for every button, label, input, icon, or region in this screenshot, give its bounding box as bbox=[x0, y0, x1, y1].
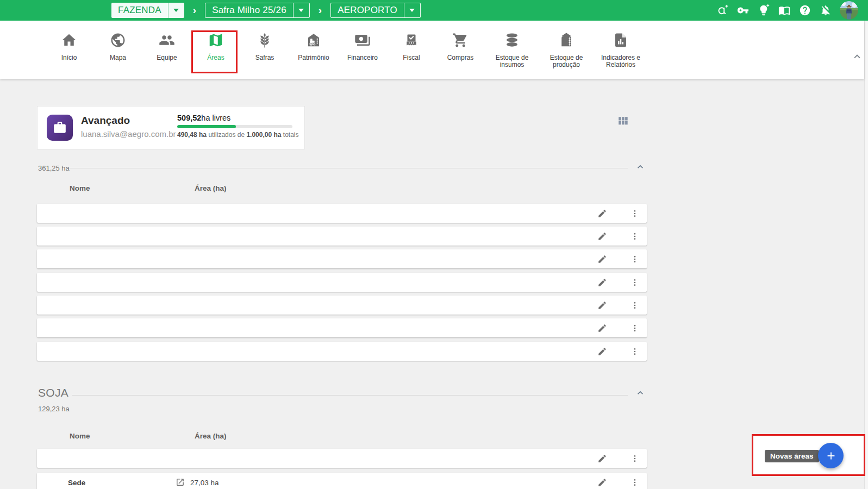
help-icon[interactable] bbox=[798, 4, 811, 17]
table-row[interactable] bbox=[37, 273, 647, 292]
collapse-nav-chevron-up-icon[interactable] bbox=[851, 51, 863, 62]
top-bar: FAZENDA › Safra Milho 25/26 › AEROPORTO bbox=[0, 0, 868, 21]
key-icon[interactable] bbox=[736, 4, 749, 17]
chevron-down-icon[interactable] bbox=[168, 3, 184, 18]
section-2-total-area: 129,23 ha bbox=[38, 405, 70, 413]
edit-pencil-icon[interactable] bbox=[597, 454, 607, 463]
section-1-total-area: 361,25 ha bbox=[38, 164, 70, 172]
edit-pencil-icon[interactable] bbox=[597, 347, 607, 356]
barn-tractor-icon bbox=[305, 32, 322, 48]
section-2-divider bbox=[72, 395, 628, 396]
cart-icon bbox=[452, 32, 469, 48]
plan-card: Avançado luana.silva@aegro.com.br 509,52… bbox=[37, 106, 305, 149]
more-options-kebab-icon[interactable] bbox=[630, 300, 639, 310]
notifications-off-icon[interactable] bbox=[819, 4, 832, 17]
section-1-divider bbox=[70, 168, 628, 168]
idea-bulb-icon[interactable] bbox=[757, 4, 770, 17]
table-row[interactable] bbox=[37, 318, 647, 337]
free-hectares: 509,52ha livres bbox=[177, 114, 299, 122]
more-options-kebab-icon[interactable] bbox=[630, 278, 639, 287]
column-header-area: Área (ha) bbox=[195, 432, 227, 440]
chevron-down-icon[interactable] bbox=[404, 3, 420, 17]
farm-selector[interactable]: FAZENDA bbox=[111, 3, 184, 18]
edit-pencil-icon[interactable] bbox=[597, 254, 607, 264]
column-header-area: Área (ha) bbox=[195, 184, 227, 192]
farm-selector-label: FAZENDA bbox=[111, 3, 168, 18]
grid-view-icon[interactable] bbox=[617, 115, 629, 127]
fab-tooltip: Novas áreas bbox=[765, 450, 819, 462]
nav-item-inicio[interactable]: Início bbox=[45, 21, 93, 68]
main-nav: Início Mapa Equipe Áreas Safras Patrimôn… bbox=[0, 21, 864, 79]
receipt-check-icon bbox=[403, 32, 420, 48]
aegro-add-icon[interactable] bbox=[716, 4, 728, 17]
banknote-icon bbox=[354, 32, 371, 48]
nav-item-financeiro[interactable]: Financeiro bbox=[338, 21, 387, 68]
table-row[interactable] bbox=[37, 227, 647, 246]
more-options-kebab-icon[interactable] bbox=[630, 347, 639, 356]
nav-item-patrimonio[interactable]: Patrimônio bbox=[289, 21, 338, 68]
aegro-areas-page: { "colors": { "brand_green": "#1eb45f", … bbox=[0, 0, 868, 489]
column-header-nome: Nome bbox=[70, 432, 90, 440]
wheat-icon bbox=[257, 32, 273, 48]
table-row[interactable] bbox=[37, 204, 647, 223]
section-1-collapse-chevron-up-icon[interactable] bbox=[635, 161, 646, 172]
usage-progress-bar bbox=[177, 125, 292, 128]
plus-icon bbox=[825, 450, 837, 462]
usage-caption: 490,48 ha utilizados de 1.000,00 ha tota… bbox=[177, 131, 299, 139]
season-selector[interactable]: Safra Milho 25/26 bbox=[205, 3, 310, 18]
plan-progress-fill bbox=[177, 125, 236, 128]
plan-badge bbox=[47, 115, 73, 141]
open-area-launch-icon[interactable] bbox=[176, 478, 185, 487]
table-row-sede[interactable]: Sede 27,03 ha bbox=[37, 473, 647, 489]
breadcrumb: FAZENDA › Safra Milho 25/26 › AEROPORTO bbox=[111, 3, 421, 18]
scrollbar[interactable] bbox=[864, 21, 868, 489]
avatar[interactable] bbox=[840, 1, 858, 20]
nav-item-equipe[interactable]: Equipe bbox=[142, 21, 191, 68]
more-options-kebab-icon[interactable] bbox=[630, 478, 639, 487]
edit-pencil-icon[interactable] bbox=[597, 323, 607, 333]
nav-item-fiscal[interactable]: Fiscal bbox=[387, 21, 436, 68]
annotation-box-novas-areas: Novas áreas bbox=[752, 434, 865, 476]
nav-item-areas[interactable]: Áreas bbox=[191, 21, 240, 68]
content-area: Avançado luana.silva@aegro.com.br 509,52… bbox=[0, 79, 864, 489]
more-options-kebab-icon[interactable] bbox=[630, 323, 639, 333]
nav-item-safras[interactable]: Safras bbox=[240, 21, 289, 68]
more-options-kebab-icon[interactable] bbox=[630, 454, 639, 463]
season-selector-label: Safra Milho 25/26 bbox=[205, 3, 293, 17]
edit-pencil-icon[interactable] bbox=[597, 478, 607, 487]
home-icon bbox=[61, 32, 77, 48]
plan-user-email: luana.silva@aegro.com.br bbox=[81, 129, 176, 139]
breadcrumb-separator-icon: › bbox=[184, 3, 205, 18]
more-options-kebab-icon[interactable] bbox=[630, 231, 639, 241]
more-options-kebab-icon[interactable] bbox=[630, 254, 639, 264]
table-row[interactable] bbox=[37, 296, 647, 315]
chevron-down-icon[interactable] bbox=[293, 3, 309, 17]
briefcase-icon bbox=[53, 121, 67, 135]
edit-pencil-icon[interactable] bbox=[597, 209, 607, 218]
silo-icon bbox=[558, 32, 574, 48]
nav-item-indicadores[interactable]: Indicadores e Relatórios bbox=[594, 21, 648, 68]
nav-item-compras[interactable]: Compras bbox=[436, 21, 485, 68]
column-header-nome: Nome bbox=[70, 184, 90, 192]
edit-pencil-icon[interactable] bbox=[597, 278, 607, 287]
people-icon bbox=[159, 32, 175, 48]
breadcrumb-separator-icon: › bbox=[310, 3, 330, 18]
guide-book-icon[interactable] bbox=[778, 4, 790, 17]
plan-usage: 509,52ha livres 490,48 ha utilizados de … bbox=[177, 114, 299, 139]
report-chart-icon bbox=[613, 32, 629, 48]
nav-item-estoque-producao[interactable]: Estoque de produção bbox=[539, 21, 594, 68]
edit-pencil-icon[interactable] bbox=[597, 300, 607, 310]
globe-icon bbox=[110, 32, 126, 48]
table-row[interactable] bbox=[37, 449, 647, 468]
field-selector[interactable]: AEROPORTO bbox=[330, 3, 421, 18]
section-2-collapse-chevron-up-icon[interactable] bbox=[635, 387, 646, 398]
table-row[interactable] bbox=[37, 249, 647, 268]
nav-item-estoque-insumos[interactable]: Estoque de insumos bbox=[485, 21, 539, 68]
nav-item-mapa[interactable]: Mapa bbox=[93, 21, 142, 68]
table-row[interactable] bbox=[37, 342, 647, 361]
stacked-discs-icon bbox=[504, 32, 520, 48]
more-options-kebab-icon[interactable] bbox=[630, 209, 639, 218]
edit-pencil-icon[interactable] bbox=[597, 231, 607, 241]
add-area-fab[interactable] bbox=[818, 443, 844, 468]
section-2-title: SOJA bbox=[38, 386, 68, 399]
